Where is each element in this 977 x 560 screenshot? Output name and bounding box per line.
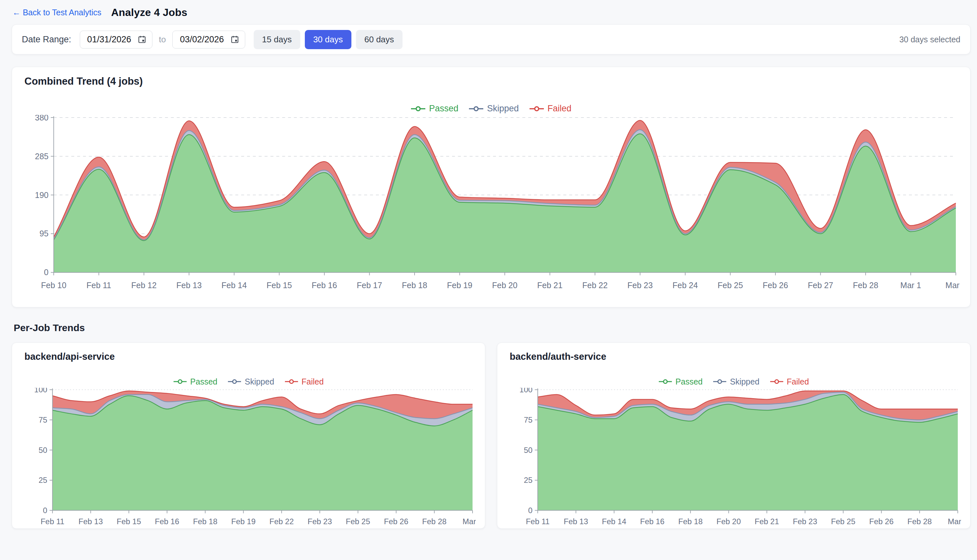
svg-text:0: 0 (528, 506, 532, 515)
legend-label: Passed (190, 377, 217, 387)
svg-text:75: 75 (38, 415, 47, 424)
job-title: backend/auth-service (510, 351, 961, 362)
legend-label: Skipped (730, 377, 759, 387)
legend-line-icon (411, 105, 426, 112)
job-card-auth-service: backend/auth-service Passed Skipped Fail… (497, 343, 970, 529)
svg-text:Feb 23: Feb 23 (793, 517, 817, 526)
svg-text:100: 100 (34, 388, 47, 394)
page-title: Analyze 4 Jobs (111, 7, 187, 18)
job-title: backend/api-service (25, 351, 476, 362)
legend-label: Skipped (245, 377, 274, 387)
svg-text:Feb 15: Feb 15 (267, 281, 292, 290)
combined-legend: Passed Skipped Failed (21, 103, 961, 113)
svg-text:Feb 11: Feb 11 (41, 517, 65, 526)
svg-text:Feb 26: Feb 26 (763, 281, 788, 290)
job-legend: Passed Skipped Failed (507, 377, 961, 387)
legend-line-icon (468, 105, 483, 112)
svg-text:Feb 27: Feb 27 (808, 281, 834, 290)
svg-text:Feb 22: Feb 22 (269, 517, 294, 526)
svg-text:50: 50 (38, 445, 47, 454)
combined-trend-card: Combined Trend (4 jobs) Passed Skipped F… (12, 67, 970, 307)
svg-text:Feb 13: Feb 13 (564, 517, 588, 526)
svg-text:25: 25 (38, 476, 47, 485)
legend-label: Passed (429, 103, 458, 113)
svg-text:Feb 18: Feb 18 (402, 281, 427, 290)
svg-text:Feb 24: Feb 24 (672, 281, 698, 290)
legend-label: Passed (675, 377, 702, 387)
selected-summary: 30 days selected (899, 35, 960, 44)
legend-item-skipped: Skipped (228, 377, 274, 387)
top-bar: ← Back to Test Analytics Analyze 4 Jobs (0, 0, 977, 24)
svg-text:Feb 17: Feb 17 (357, 281, 382, 290)
svg-text:Feb 10: Feb 10 (41, 281, 67, 290)
legend-label: Skipped (487, 103, 519, 113)
calendar-icon (138, 35, 146, 43)
svg-text:Feb 13: Feb 13 (177, 281, 202, 290)
date-range-card: Date Range: 01/31/2026 to 03/02/2026 15 … (12, 24, 970, 54)
back-link[interactable]: ← Back to Test Analytics (12, 8, 101, 17)
svg-text:25: 25 (524, 476, 532, 485)
start-date-value: 01/31/2026 (87, 35, 131, 45)
svg-text:Mar 1: Mar 1 (900, 281, 921, 290)
per-job-trends-heading: Per-Job Trends (14, 322, 970, 333)
svg-text:0: 0 (44, 268, 48, 277)
svg-text:Feb 16: Feb 16 (640, 517, 665, 526)
svg-text:Feb 19: Feb 19 (447, 281, 473, 290)
svg-text:Feb 28: Feb 28 (853, 281, 878, 290)
api-service-chart: 0255075100Feb 11Feb 13Feb 15Feb 16Feb 18… (21, 388, 476, 528)
svg-text:Feb 25: Feb 25 (346, 517, 370, 526)
auth-service-chart: 0255075100Feb 11Feb 13Feb 14Feb 16Feb 18… (507, 388, 961, 528)
per-job-grid: backend/api-service Passed Skipped Faile… (12, 343, 970, 529)
legend-line-icon (173, 378, 187, 385)
legend-line-icon (659, 378, 672, 385)
svg-text:Feb 20: Feb 20 (717, 517, 741, 526)
legend-label: Failed (787, 377, 809, 387)
svg-text:Feb 11: Feb 11 (86, 281, 111, 290)
legend-line-icon (770, 378, 784, 385)
legend-line-icon (529, 105, 544, 112)
svg-text:380: 380 (35, 115, 48, 122)
svg-text:Feb 22: Feb 22 (582, 281, 608, 290)
svg-text:Feb 21: Feb 21 (537, 281, 563, 290)
legend-label: Failed (302, 377, 324, 387)
svg-text:Feb 28: Feb 28 (422, 517, 447, 526)
svg-text:Feb 20: Feb 20 (492, 281, 517, 290)
svg-text:95: 95 (39, 229, 48, 238)
svg-text:Mar 2: Mar 2 (948, 517, 961, 526)
start-date-input[interactable]: 01/31/2026 (80, 31, 152, 48)
range-60-days-button[interactable]: 60 days (356, 30, 402, 49)
svg-text:Feb 23: Feb 23 (628, 281, 653, 290)
legend-item-failed: Failed (529, 103, 572, 113)
calendar-icon (230, 35, 239, 43)
svg-text:Feb 16: Feb 16 (312, 281, 337, 290)
range-15-days-button[interactable]: 15 days (254, 30, 300, 49)
svg-text:Feb 11: Feb 11 (526, 517, 550, 526)
svg-text:Feb 12: Feb 12 (131, 281, 157, 290)
svg-text:Feb 14: Feb 14 (222, 281, 247, 290)
svg-text:100: 100 (519, 388, 532, 394)
legend-label: Failed (547, 103, 572, 113)
range-30-days-button[interactable]: 30 days (305, 30, 352, 49)
svg-text:Feb 21: Feb 21 (755, 517, 779, 526)
svg-text:0: 0 (43, 506, 47, 515)
legend-item-failed: Failed (770, 377, 809, 387)
svg-text:Feb 25: Feb 25 (831, 517, 855, 526)
end-date-input[interactable]: 03/02/2026 (172, 31, 245, 48)
combined-chart-title: Combined Trend (4 jobs) (25, 75, 961, 87)
svg-text:Feb 26: Feb 26 (869, 517, 894, 526)
legend-item-passed: Passed (173, 377, 217, 387)
svg-text:Feb 19: Feb 19 (231, 517, 256, 526)
legend-line-icon (713, 378, 727, 385)
date-range-label: Date Range: (22, 35, 71, 45)
legend-item-skipped: Skipped (713, 377, 759, 387)
svg-text:Mar 2: Mar 2 (945, 281, 961, 290)
legend-line-icon (285, 378, 298, 385)
svg-text:Feb 26: Feb 26 (384, 517, 408, 526)
svg-text:Feb 18: Feb 18 (193, 517, 218, 526)
svg-text:285: 285 (35, 152, 48, 161)
svg-text:75: 75 (524, 415, 532, 424)
svg-text:Feb 16: Feb 16 (155, 517, 180, 526)
svg-text:Feb 28: Feb 28 (907, 517, 932, 526)
job-legend: Passed Skipped Failed (21, 377, 476, 387)
legend-line-icon (228, 378, 241, 385)
